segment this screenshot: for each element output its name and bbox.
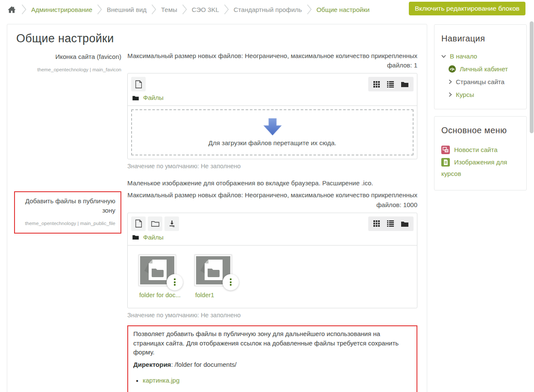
sidebar-item-dashboard[interactable]: Личный кабинет	[441, 65, 519, 73]
public-files-label-cell: Добавить файлы в публичную зону theme_op…	[16, 190, 121, 392]
create-folder-button[interactable]	[148, 216, 162, 231]
new-file-icon	[135, 219, 142, 228]
sidebar-item-label: В начало	[450, 53, 477, 60]
setting-row-public-files: Добавить файлы в публичную зону theme_op…	[16, 190, 417, 392]
chevron-right-icon[interactable]	[449, 79, 452, 84]
favicon-filemanager: Файлы Для загрузки файлов перетащите их …	[127, 73, 417, 159]
dropzone-hint: Для загрузки файлов перетащите их сюда.	[208, 139, 336, 146]
download-icon	[168, 220, 176, 227]
directory-line: Директория: /folder for documents/	[133, 360, 411, 369]
sidebar: Навигация В начало Личный кабинет Страни…	[434, 24, 527, 190]
home-icon[interactable]	[7, 6, 17, 14]
navigation-block: Навигация В начало Личный кабинет Страни…	[434, 24, 527, 109]
filemanager-content: folder for doc...	[128, 245, 417, 308]
chevron-separator-icon	[307, 3, 312, 15]
sidebar-item-courses[interactable]: Курсы	[441, 91, 519, 98]
public-files-default-value: Значение по умолчанию: Не заполнено	[127, 312, 417, 319]
list-view-icon[interactable]	[387, 220, 394, 227]
breadcrumb-themes[interactable]: Темы	[161, 6, 177, 13]
filemanager-path: Файлы	[128, 93, 417, 105]
folder-tile: folder1	[194, 255, 229, 302]
favicon-description: Маленькое изображение для отображения во…	[127, 179, 417, 187]
page-title: Общие настройки	[16, 32, 417, 45]
download-all-button[interactable]	[164, 216, 179, 231]
tile-options-button[interactable]	[167, 274, 183, 290]
breadcrumb-general-settings: Общие настройки	[317, 6, 370, 13]
folder-tile: folder for doc...	[138, 255, 173, 302]
edit-blocks-button[interactable]: Включить редактирование блоков	[409, 2, 525, 15]
chevron-separator-icon	[224, 3, 229, 15]
folder-thumbnail[interactable]	[140, 256, 174, 284]
download-arrow-icon	[263, 118, 282, 136]
folder-tiles: folder for doc...	[131, 249, 414, 304]
favicon-control-cell: Максимальный размер новых файлов: Неогра…	[127, 51, 417, 190]
tree-view-icon[interactable]	[401, 81, 408, 87]
breadcrumb-appearance[interactable]: Внешний вид	[107, 6, 147, 13]
sidebar-item-label: Курсы	[456, 91, 474, 98]
sidebar-item-label: Страницы сайта	[456, 78, 505, 85]
dashboard-icon	[449, 65, 456, 73]
menu-item-site-news[interactable]: Новости сайта	[441, 144, 519, 155]
page-icon	[441, 158, 450, 167]
public-files-control-cell: Максимальный размер новых файлов: Неогра…	[127, 190, 417, 392]
list-item: картинка.jpg	[135, 376, 411, 385]
breadcrumb-theme-name[interactable]: СЭО 3KL	[192, 6, 219, 13]
top-bar: Администрирование Внешний вид Темы СЭО 3…	[0, 0, 534, 19]
chevron-separator-icon	[151, 3, 156, 15]
public-files-plugin-name: theme_opentechnology | main_public_file	[19, 220, 115, 227]
public-files-highlight-box: Добавить файлы в публичную зону theme_op…	[14, 191, 121, 234]
menu-item-course-images[interactable]: Изображения для курсов	[441, 157, 519, 179]
new-file-icon	[135, 80, 142, 88]
filemanager-path: Файлы	[128, 232, 417, 245]
public-files-filemanager: Файлы	[127, 213, 417, 308]
chevron-down-icon[interactable]	[441, 55, 446, 58]
grid-view-icon[interactable]	[373, 81, 380, 88]
folder-tile-name[interactable]: folder for doc...	[139, 292, 173, 298]
chevron-right-icon[interactable]	[449, 92, 452, 97]
grid-view-icon[interactable]	[373, 220, 380, 227]
files-root-link[interactable]: Файлы	[143, 234, 164, 241]
tile-options-button[interactable]	[223, 274, 239, 290]
sidebar-item-home[interactable]: В начало	[441, 53, 519, 60]
filemanager-toolbar	[128, 213, 417, 232]
folder-thumbnail[interactable]	[196, 256, 230, 284]
favicon-label: Иконка сайта (favicon)	[16, 52, 121, 61]
new-folder-icon	[151, 220, 159, 227]
help-intro: Позволяет добавить файлы в публичную зон…	[133, 329, 411, 357]
breadcrumb-profile[interactable]: Стандартный профиль	[234, 6, 302, 13]
public-files-help-box: Позволяет добавить файлы в публичную зон…	[127, 325, 417, 392]
add-file-button[interactable]	[131, 77, 146, 91]
view-toggle-group	[368, 77, 414, 91]
menu-item-label: Изображения для курсов	[441, 158, 507, 177]
chevron-separator-icon	[21, 3, 26, 15]
folder-icon	[132, 234, 139, 240]
folder-icon	[132, 95, 139, 100]
favicon-default-value: Значение по умолчанию: Не заполнено	[127, 163, 417, 170]
settings-panel: Общие настройки Иконка сайта (favicon) t…	[7, 24, 427, 392]
directory-label: Директория	[133, 361, 171, 368]
chevron-separator-icon	[182, 3, 187, 15]
list-view-icon[interactable]	[387, 81, 394, 88]
breadcrumb-administration[interactable]: Администрирование	[31, 6, 92, 13]
filemanager-toolbar	[128, 73, 417, 93]
favicon-maxbytes-text: Максимальный размер новых файлов: Неогра…	[127, 51, 417, 70]
favicon-plugin-name: theme_opentechnology | main_favicon	[16, 66, 121, 73]
public-file-link[interactable]: картинка.jpg	[143, 377, 179, 384]
directory-file-list: картинка.jpg	[135, 376, 411, 385]
navigation-block-title: Навигация	[441, 34, 519, 44]
setting-row-favicon: Иконка сайта (favicon) theme_opentechnol…	[16, 51, 417, 190]
tree-view-icon[interactable]	[401, 221, 408, 227]
public-files-maxbytes-text: Максимальный размер новых файлов: Неогра…	[127, 190, 417, 209]
forum-icon	[441, 146, 450, 154]
scrollbar-thumb[interactable]	[530, 21, 534, 133]
sidebar-item-site-pages[interactable]: Страницы сайта	[441, 78, 519, 85]
files-root-link[interactable]: Файлы	[143, 94, 164, 101]
view-toggle-group	[368, 216, 414, 231]
menu-item-label: Новости сайта	[454, 146, 498, 153]
main-menu-block: Основное меню Новости сайта Изображ	[434, 116, 527, 190]
folder-tile-name[interactable]: folder1	[195, 292, 229, 298]
file-dropzone[interactable]: Для загрузки файлов перетащите их сюда.	[131, 109, 414, 155]
chevron-separator-icon	[97, 3, 102, 15]
add-file-button[interactable]	[131, 216, 146, 231]
filemanager-content: Для загрузки файлов перетащите их сюда.	[128, 105, 417, 159]
